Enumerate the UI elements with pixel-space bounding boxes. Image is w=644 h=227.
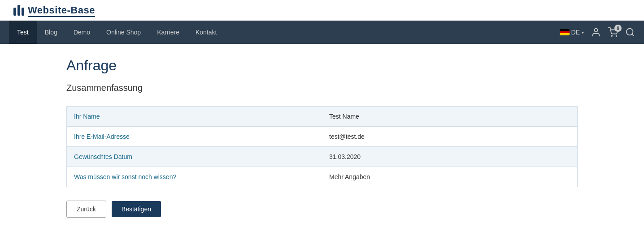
language-code: DE: [571, 29, 580, 36]
header: Website-Base: [0, 0, 644, 21]
label-ihr-name: Ihr Name: [67, 107, 322, 126]
logo-icon: [13, 5, 24, 16]
nav-item-kontakt[interactable]: Kontakt: [187, 21, 225, 44]
button-row: Zurück Bestätigen: [66, 201, 578, 218]
svg-line-4: [632, 34, 634, 36]
value-angaben: Mehr Angaben: [322, 167, 577, 187]
back-button[interactable]: Zurück: [66, 201, 106, 218]
nav-item-online-shop[interactable]: Online Shop: [98, 21, 149, 44]
value-email: test@test.de: [322, 127, 577, 146]
summary-table: Ihr Name Test Name Ihre E-Mail-Adresse t…: [66, 106, 578, 187]
search-icon[interactable]: [625, 27, 635, 37]
svg-point-0: [594, 29, 597, 32]
table-row: Was müssen wir sonst noch wissen? Mehr A…: [67, 167, 577, 187]
nav-item-demo[interactable]: Demo: [65, 21, 98, 44]
nav-item-blog[interactable]: Blog: [37, 21, 65, 44]
navbar: Test Blog Demo Online Shop Karriere Kont…: [0, 21, 644, 44]
flag-de-icon: [560, 29, 570, 35]
label-datum: Gewünschtes Datum: [67, 147, 322, 167]
label-angaben: Was müssen wir sonst noch wissen?: [67, 167, 322, 187]
logo-text: Website-Base: [28, 4, 95, 16]
language-chevron-icon: ▾: [582, 30, 584, 35]
flag-stripe-gold: [560, 33, 570, 35]
nav-item-karriere[interactable]: Karriere: [149, 21, 187, 44]
nav-links: Test Blog Demo Online Shop Karriere Kont…: [9, 21, 560, 44]
page-title: Anfrage: [66, 57, 578, 74]
nav-item-test[interactable]: Test: [9, 21, 37, 44]
table-row: Gewünschtes Datum 31.03.2020: [67, 147, 577, 167]
user-icon[interactable]: [591, 27, 601, 37]
value-datum: 31.03.2020: [322, 147, 577, 167]
confirm-button[interactable]: Bestätigen: [112, 201, 161, 217]
main-content: Anfrage Zusammenfassung Ihr Name Test Na…: [53, 57, 591, 218]
cart-badge: 0: [614, 25, 622, 32]
logo-bar-3: [22, 8, 24, 16]
value-ihr-name: Test Name: [322, 107, 577, 126]
language-selector[interactable]: DE ▾: [560, 29, 584, 36]
label-email: Ihre E-Mail-Adresse: [67, 127, 322, 146]
section-divider: [66, 97, 578, 97]
table-row: Ihre E-Mail-Adresse test@test.de: [67, 127, 577, 147]
svg-point-1: [611, 35, 612, 36]
svg-point-2: [616, 35, 617, 36]
logo-bar-2: [17, 5, 20, 16]
logo-bar-1: [13, 8, 16, 16]
logo[interactable]: Website-Base: [13, 4, 95, 16]
section-title: Zusammenfassung: [66, 83, 578, 93]
cart-icon[interactable]: 0: [608, 27, 618, 37]
nav-right: DE ▾ 0: [560, 27, 635, 37]
table-row: Ihr Name Test Name: [67, 107, 577, 127]
